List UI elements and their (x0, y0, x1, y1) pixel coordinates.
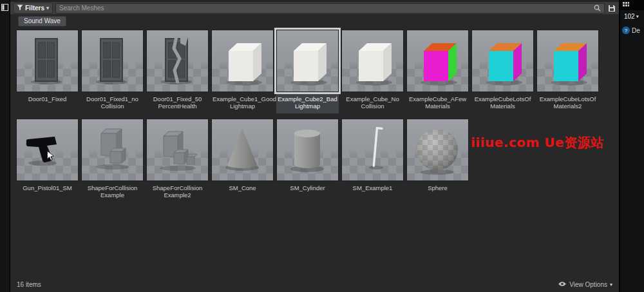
right-side-panel: 102 ▾ ? De (619, 0, 644, 292)
collision-blocks-icon (81, 119, 144, 181)
asset-label: ExampleCube_AFew Materials (406, 92, 469, 113)
asset-tile[interactable]: Example_Cube2_Bad Lightmap (276, 30, 339, 113)
asset-label: Door01_Fixed_50 PercentHealth (146, 92, 209, 113)
asset-tile[interactable]: ExampleCubeLotsOf Materials (471, 30, 534, 113)
asset-label: Example_Cube2_Bad Lightmap (276, 92, 339, 113)
filters-label: Filters (25, 5, 44, 12)
chevron-down-icon: ▾ (46, 5, 49, 11)
funnel-icon (17, 5, 23, 12)
asset-label: ExampleCubeLotsOf Materials2 (536, 92, 599, 113)
asset-tile[interactable]: Door01_Fixed_50 PercentHealth (146, 30, 209, 113)
right-panel-detail[interactable]: ? De (620, 20, 644, 34)
asset-tile[interactable]: Example_Cube_No Collision (341, 30, 404, 113)
asset-tile[interactable]: Door01_Fixed (16, 30, 79, 113)
asset-browser-panel: Filters ▾ Soun (10, 0, 619, 292)
asset-label: SM_Cylinder (276, 181, 339, 202)
eye-icon (558, 281, 567, 288)
asset-label: Example_Cube1_Good Lightmap (211, 92, 274, 113)
save-search-icon[interactable] (607, 4, 616, 13)
white-cube-icon (276, 30, 339, 92)
cyan-cube2-icon (536, 30, 599, 92)
asset-label: ShapeForCollision Example2 (146, 181, 209, 202)
chevron-down-icon: ▾ (636, 14, 639, 19)
cyan-cube-icon (471, 30, 534, 92)
asset-tile[interactable]: ExampleCubeLotsOf Materials2 (536, 30, 599, 113)
items-count: 16 items (17, 281, 41, 288)
asset-tile[interactable]: ShapeForCollision Example2 (146, 119, 209, 202)
search-icon (594, 3, 601, 14)
asset-grid: Door01_FixedDoor01_Fixed1_no CollisionDo… (10, 28, 619, 277)
content-browser-window: Filters ▾ Soun (0, 0, 644, 292)
asset-label: SM_Cone (211, 181, 274, 202)
asset-tile[interactable]: SM_Example1 (341, 119, 404, 202)
count-label: 102 (624, 13, 635, 20)
filters-button[interactable]: Filters ▾ (13, 3, 53, 14)
search-input[interactable] (59, 5, 594, 12)
asset-label: ShapeForCollision Example (81, 181, 144, 202)
asset-label: ExampleCubeLotsOf Materials (471, 92, 534, 113)
asset-tile[interactable]: Door01_Fixed1_no Collision (81, 30, 144, 113)
asset-label: Door01_Fixed (16, 92, 79, 113)
asset-label: SM_Example1 (341, 181, 404, 202)
toolbar: Filters ▾ (10, 0, 619, 15)
left-rail (0, 0, 10, 292)
detail-label: De (632, 27, 640, 34)
collision-blocks2-icon (146, 119, 209, 181)
asset-tile[interactable]: Sphere (406, 119, 469, 202)
asset-label: Sphere (406, 181, 469, 202)
door-icon (81, 30, 144, 92)
chevron-down-icon: ▾ (610, 282, 612, 287)
help-circle-icon: ? (622, 26, 630, 34)
pink-cube-icon (406, 30, 469, 92)
pole-icon (341, 119, 404, 181)
mouse-cursor-icon (45, 148, 56, 163)
footer-bar: 16 items View Options ▾ (10, 277, 619, 292)
right-panel-header (620, 0, 644, 10)
asset-tile[interactable]: Example_Cube1_Good Lightmap (211, 30, 274, 113)
right-panel-count[interactable]: 102 ▾ (620, 10, 644, 20)
asset-label: Door01_Fixed1_no Collision (81, 92, 144, 113)
white-cube-icon (341, 30, 404, 92)
sphere-icon (406, 119, 469, 181)
asset-tile[interactable]: SM_Cone (211, 119, 274, 202)
grid-dots-icon[interactable] (623, 0, 629, 11)
door-icon (16, 30, 79, 92)
cone-icon (211, 119, 274, 181)
asset-label: Example_Cube_No Collision (341, 92, 404, 113)
pistol-icon (16, 119, 79, 181)
asset-tile[interactable]: ShapeForCollision Example (81, 119, 144, 202)
cylinder-icon (276, 119, 339, 181)
filter-chip-sound-wave[interactable]: Sound Wave (18, 16, 66, 26)
asset-tile[interactable]: ExampleCube_AFew Materials (406, 30, 469, 113)
door-cracked-icon (146, 30, 209, 92)
filter-chip-row: Sound Wave (10, 15, 619, 28)
white-cube-icon (211, 30, 274, 92)
asset-tile[interactable]: Gun_Pistol01_SM (16, 119, 79, 202)
search-box (55, 3, 605, 14)
view-options-button[interactable]: View Options ▾ (558, 281, 612, 288)
asset-tile[interactable]: SM_Cylinder (276, 119, 339, 202)
panel-toggle-icon[interactable] (1, 2, 8, 9)
view-options-label: View Options (569, 281, 607, 288)
asset-label: Gun_Pistol01_SM (16, 181, 79, 202)
